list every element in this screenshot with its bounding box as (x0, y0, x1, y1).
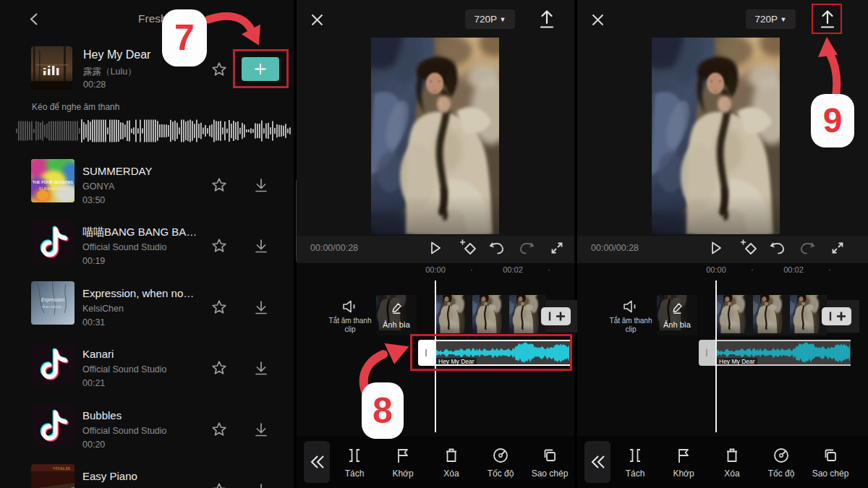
svg-text:SUMMERDAY: SUMMERDAY (39, 187, 67, 191)
svg-text:when nobody...: when nobody... (42, 305, 64, 309)
svg-text:Expression: Expression (41, 297, 65, 303)
svg-text:THE FOUR SEASONS: THE FOUR SEASONS (33, 180, 74, 184)
svg-text:VIVALDI: VIVALDI (53, 466, 70, 471)
